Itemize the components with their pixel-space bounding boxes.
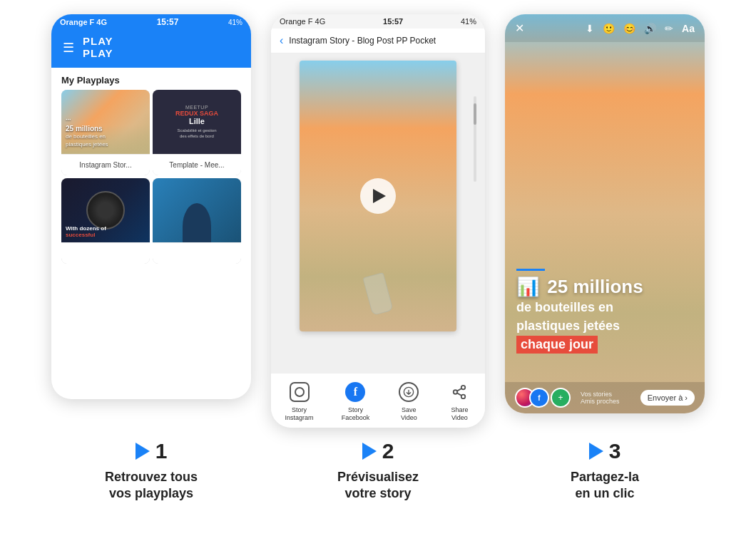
beach-text: ··· 25 millions de bouteilles enplastiqu… <box>66 116 108 148</box>
millions-label: 25 millions <box>547 276 643 297</box>
phone3-bottom-bar: f + Vos stories Amis proches Envoyer à › <box>505 382 705 413</box>
vinyl-text: With dozens ofsuccessful <box>66 225 106 238</box>
phone2-action-bar: StoryInstagram f StoryFacebook <box>271 373 485 428</box>
grid-item-vinyl[interactable]: With dozens ofsuccessful <box>61 178 150 264</box>
meetup-thumbnail: MEETUP REDUX SAGA Lille Scalabilité et g… <box>153 90 241 154</box>
instagram-icon <box>290 382 310 402</box>
text-icon[interactable]: Aa <box>682 23 695 34</box>
save-icon-wrap <box>397 381 420 403</box>
stories-group: f + Vos stories Amis proches <box>515 388 620 408</box>
step-3-number: 3 <box>609 439 621 463</box>
blue-thumbnail <box>153 178 241 242</box>
step-3-triangle <box>589 443 603 460</box>
phone-2: Orange F 4G 15:57 41% ‹ Instagram Story … <box>271 14 485 428</box>
phone2-time: 15:57 <box>383 17 403 26</box>
bouteilles-line2: de bouteilles en <box>516 299 693 316</box>
save-icon <box>399 382 419 402</box>
step-2-desc: Prévisualisez votre story <box>337 469 419 502</box>
scroll-indicator <box>474 96 476 182</box>
step-1-line2: vos playplays <box>109 486 193 500</box>
top-right-icons: ⬇ 🙂 😊 🔊 ✏ Aa <box>586 23 695 34</box>
facebook-icon: f <box>345 382 365 402</box>
svg-line-4 <box>457 388 461 391</box>
story-facebook-action[interactable]: f StoryFacebook <box>342 381 370 422</box>
back-arrow-icon[interactable]: ‹ <box>280 34 283 47</box>
nav-title: Instagram Story - Blog Post PP Pocket <box>289 36 436 46</box>
logo-line2: PLAY <box>83 48 113 60</box>
grid-item-meetup[interactable]: MEETUP REDUX SAGA Lille Scalabilité et g… <box>153 90 241 175</box>
step-2-triangle <box>362 443 377 460</box>
playplay-logo: PLAY PLAY <box>83 36 113 59</box>
millions-text: 25 millions <box>66 124 108 133</box>
grid-caption-4 <box>153 242 241 264</box>
close-icon[interactable]: ✕ <box>515 21 524 35</box>
grid-item-beach[interactable]: ··· 25 millions de bouteilles enplastiqu… <box>61 90 150 175</box>
grid-caption-3 <box>61 242 150 264</box>
step-3-line1: Partagez-la <box>571 470 639 484</box>
phone1-battery: 41% <box>228 19 242 26</box>
phone1-status-bar: Orange F 4G 15:57 41% <box>51 14 251 30</box>
draw-icon[interactable]: ✏ <box>665 23 673 34</box>
share-video-action[interactable]: ShareVideo <box>448 381 471 422</box>
play-button[interactable] <box>360 178 396 214</box>
download-icon[interactable]: ⬇ <box>586 23 594 34</box>
vos-stories-label: Vos stories <box>581 391 620 398</box>
playplays-grid: ··· 25 millions de bouteilles enplastiqu… <box>51 90 251 264</box>
phone2-carrier: Orange F 4G <box>280 17 325 26</box>
save-video-action[interactable]: SaveVideo <box>397 381 420 422</box>
instagram-icon-wrap <box>288 381 311 403</box>
my-playplays-title: My Playplays <box>51 68 251 90</box>
amis-proches-label: Amis proches <box>581 398 620 405</box>
svg-line-3 <box>457 393 461 396</box>
steps-row: 1 Retrouvez tous vos playplays 2 Prévisu… <box>14 439 742 502</box>
share-icon-wrap <box>448 381 471 403</box>
video-preview[interactable] <box>300 61 456 331</box>
envoyer-button[interactable]: Envoyer à › <box>640 390 695 406</box>
share-video-label: ShareVideo <box>451 406 468 422</box>
step-col-2: 2 Prévisualisez votre story <box>271 439 485 502</box>
story-instagram-action[interactable]: StoryInstagram <box>285 381 314 422</box>
avatar-facebook: f <box>529 388 549 408</box>
logo-line1: PLAY <box>83 36 113 48</box>
person-silhouette <box>183 203 211 242</box>
phone2-nav-bar: ‹ Instagram Story - Blog Post PP Pocket <box>271 29 485 53</box>
phone1-carrier: Orange F 4G <box>60 18 107 26</box>
phone2-battery: 41% <box>461 17 476 26</box>
phone2-status-bar: Orange F 4G 15:57 41% <box>271 14 485 29</box>
step-col-1: 1 Retrouvez tous vos playplays <box>51 439 251 502</box>
share-icon <box>451 384 467 400</box>
avatar-group: f + <box>515 388 571 408</box>
bouteilles-line3: plastiques jetées <box>516 318 693 334</box>
meetup-subtitle: Scalabilité et gestiondes effets de bord <box>177 128 216 140</box>
step-3-desc: Partagez-la en un clic <box>571 469 639 502</box>
step-2-number: 2 <box>382 439 394 463</box>
phone1-app-header: ☰ PLAY PLAY <box>51 30 251 68</box>
volume-icon[interactable]: 🔊 <box>644 23 656 34</box>
beach-thumbnail: ··· 25 millions de bouteilles enplastiqu… <box>61 90 150 154</box>
story-labels: Vos stories Amis proches <box>581 391 620 405</box>
redux-label: REDUX SAGA <box>175 110 218 117</box>
step-1-triangle <box>136 443 150 460</box>
phone1-time: 15:57 <box>157 17 179 27</box>
step-2-number-row: 2 <box>362 439 394 463</box>
facebook-icon-wrap: f <box>344 381 367 403</box>
meetup-label: MEETUP <box>185 105 208 110</box>
blue-divider <box>516 269 545 271</box>
vinyl-thumbnail: With dozens ofsuccessful <box>61 178 150 242</box>
grid-caption-2: Template - Mee... <box>153 154 241 175</box>
step-2-line1: Prévisualisez <box>337 470 419 484</box>
step-3-line2: en un clic <box>575 486 634 500</box>
bar-chart-icon: 📊 <box>516 277 539 297</box>
step-1-number: 1 <box>155 439 168 463</box>
hamburger-icon[interactable]: ☰ <box>63 40 74 56</box>
bottle-body <box>362 272 393 316</box>
phone3-top-bar: ✕ ⬇ 🙂 😊 🔊 ✏ Aa <box>505 14 705 42</box>
sticker-icon[interactable]: 😊 <box>623 23 635 34</box>
emoji-icon[interactable]: 🙂 <box>603 23 615 34</box>
phone-1: Orange F 4G 15:57 41% ☰ PLAY PLAY My Pla… <box>51 14 251 399</box>
step-1-line1: Retrouvez tous <box>105 470 198 484</box>
grid-item-blue[interactable] <box>153 178 241 264</box>
chaque-jour-highlight: chaque jour <box>516 336 598 354</box>
story-facebook-label: StoryFacebook <box>342 406 370 422</box>
step-1-number-row: 1 <box>136 439 168 463</box>
